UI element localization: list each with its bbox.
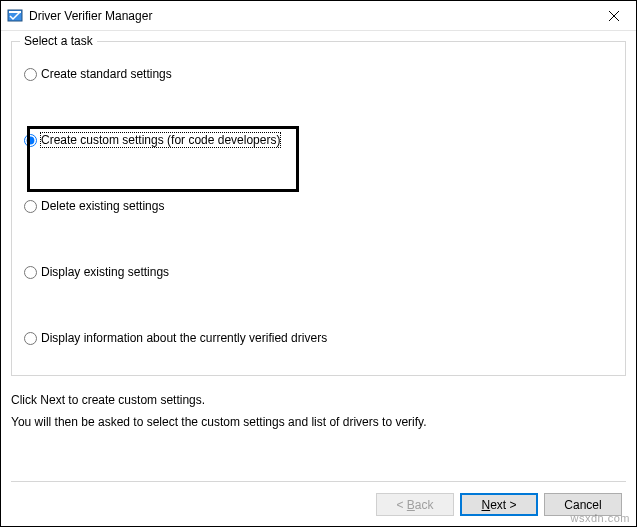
task-fieldset: Select a task Create standard settings C… xyxy=(11,41,626,376)
cancel-button-label: Cancel xyxy=(564,498,601,512)
fieldset-legend: Select a task xyxy=(20,34,97,48)
instruction-line-1: Click Next to create custom settings. xyxy=(11,390,626,412)
radio-label-info: Display information about the currently … xyxy=(41,331,327,345)
radio-label-custom: Create custom settings (for code develop… xyxy=(41,133,280,147)
radio-label-display: Display existing settings xyxy=(41,265,169,279)
radio-input-display[interactable] xyxy=(24,266,37,279)
back-button: < Back xyxy=(376,493,454,516)
dialog-window: Driver Verifier Manager Select a task Cr… xyxy=(0,0,637,527)
instructions: Click Next to create custom settings. Yo… xyxy=(11,390,626,433)
button-separator xyxy=(11,481,626,482)
instruction-line-2: You will then be asked to select the cus… xyxy=(11,412,626,434)
window-title: Driver Verifier Manager xyxy=(29,9,152,23)
radio-create-standard[interactable]: Create standard settings xyxy=(24,66,613,82)
watermark: wsxdn.com xyxy=(570,512,630,524)
radio-display-info[interactable]: Display information about the currently … xyxy=(24,330,613,346)
titlebar[interactable]: Driver Verifier Manager xyxy=(1,1,636,31)
radio-label-delete: Delete existing settings xyxy=(41,199,164,213)
next-button-label: Next > xyxy=(481,498,516,512)
radio-delete-existing[interactable]: Delete existing settings xyxy=(24,198,613,214)
radio-label-standard: Create standard settings xyxy=(41,67,172,81)
radio-input-info[interactable] xyxy=(24,332,37,345)
radio-input-delete[interactable] xyxy=(24,200,37,213)
radio-create-custom[interactable]: Create custom settings (for code develop… xyxy=(24,132,613,148)
next-button[interactable]: Next > xyxy=(460,493,538,516)
radio-display-existing[interactable]: Display existing settings xyxy=(24,264,613,280)
back-button-label: < Back xyxy=(396,498,433,512)
radio-input-standard[interactable] xyxy=(24,68,37,81)
radio-input-custom[interactable] xyxy=(24,134,37,147)
app-icon xyxy=(7,8,23,24)
dialog-body: Select a task Create standard settings C… xyxy=(1,31,636,526)
close-button[interactable] xyxy=(591,1,636,30)
